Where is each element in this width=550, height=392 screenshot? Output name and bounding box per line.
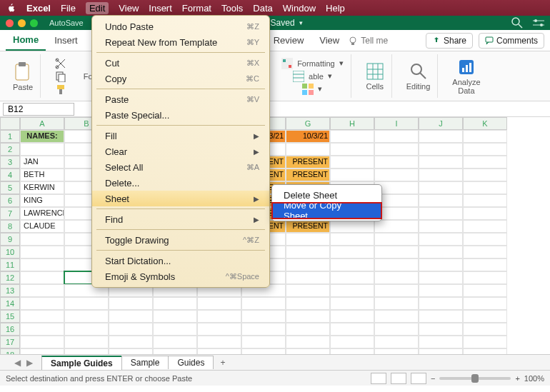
autosave-toggle[interactable]: AutoSave: [49, 19, 84, 27]
worksheet-grid[interactable]: ABCDEFGHIJK 1NAMES:10/2/2110/3/2110/3/21…: [0, 117, 550, 354]
cell[interactable]: [286, 258, 330, 271]
name-box[interactable]: [3, 103, 74, 116]
cell[interactable]: NAMES:: [20, 130, 64, 143]
cell[interactable]: [330, 156, 374, 169]
paste-group[interactable]: Paste: [6, 54, 41, 98]
menu-item[interactable]: Paste Special...: [92, 107, 269, 123]
cell[interactable]: [330, 246, 374, 258]
cell[interactable]: [419, 297, 463, 310]
cell[interactable]: [241, 310, 286, 323]
cell[interactable]: [20, 271, 64, 284]
cell[interactable]: KERWIN: [20, 181, 64, 194]
menu-item[interactable]: Select All⌘A: [92, 159, 269, 175]
cell[interactable]: [374, 233, 419, 246]
row-header[interactable]: 9: [0, 233, 20, 246]
cell[interactable]: [330, 336, 374, 348]
cell[interactable]: [419, 271, 463, 284]
cell[interactable]: [419, 169, 463, 181]
cell[interactable]: [463, 323, 507, 336]
mac-menubar[interactable]: Excel File Edit View Insert Format Tools…: [0, 0, 550, 16]
cell[interactable]: [197, 323, 241, 336]
edit-dropdown-menu[interactable]: Undo Paste⌘ZRepeat New from Template⌘YCu…: [91, 15, 270, 288]
tell-me-search[interactable]: Tell me: [348, 36, 388, 46]
cell[interactable]: [64, 323, 109, 336]
menu-item[interactable]: Toggle Drawing^⌘Z: [92, 232, 269, 248]
cell[interactable]: [419, 156, 463, 169]
select-all-corner[interactable]: [0, 117, 20, 130]
zoom-percent[interactable]: 100%: [524, 374, 544, 383]
row-header[interactable]: 8: [0, 220, 20, 233]
cell[interactable]: [374, 271, 419, 284]
cell[interactable]: [419, 233, 463, 246]
cell[interactable]: [109, 323, 153, 336]
menu-item[interactable]: Find▶: [92, 211, 269, 227]
new-sheet-button[interactable]: +: [213, 356, 232, 369]
cell[interactable]: [20, 258, 64, 271]
cell[interactable]: [330, 233, 374, 246]
cell[interactable]: [330, 220, 374, 233]
cell[interactable]: [463, 233, 507, 246]
cell[interactable]: [20, 233, 64, 246]
cell[interactable]: [374, 246, 419, 258]
cell[interactable]: [109, 310, 153, 323]
page-layout-view-icon[interactable]: [391, 373, 406, 384]
menu-item[interactable]: Paste⌘V: [92, 91, 269, 107]
cell[interactable]: [330, 323, 374, 336]
cell[interactable]: [286, 336, 330, 348]
cell[interactable]: [197, 348, 241, 354]
cell[interactable]: [374, 323, 419, 336]
cell[interactable]: [20, 348, 64, 354]
menu-file[interactable]: File: [61, 3, 76, 14]
cell[interactable]: [374, 143, 419, 156]
apple-icon[interactable]: [7, 4, 16, 13]
cell[interactable]: [286, 297, 330, 310]
menu-format[interactable]: Format: [182, 3, 211, 14]
menu-insert[interactable]: Insert: [149, 3, 172, 14]
menu-window[interactable]: Window: [283, 3, 316, 14]
share-button[interactable]: Share: [426, 33, 473, 49]
cell[interactable]: [330, 310, 374, 323]
menu-data[interactable]: Data: [253, 3, 272, 14]
cell[interactable]: [286, 323, 330, 336]
tab-review[interactable]: Review: [266, 31, 311, 50]
menu-item[interactable]: Sheet▶: [92, 191, 269, 206]
cell[interactable]: [286, 271, 330, 284]
menu-item[interactable]: Start Dictation...: [92, 253, 269, 268]
cell[interactable]: [419, 258, 463, 271]
cell[interactable]: [109, 336, 153, 348]
cell[interactable]: [419, 284, 463, 297]
row-header[interactable]: 18: [0, 348, 20, 354]
cell[interactable]: [330, 348, 374, 354]
minimize-window-icon[interactable]: [18, 19, 26, 27]
cell[interactable]: [197, 297, 241, 310]
cell[interactable]: [463, 143, 507, 156]
row-header[interactable]: 4: [0, 169, 20, 181]
cell[interactable]: [241, 323, 286, 336]
cell[interactable]: [374, 258, 419, 271]
row-header[interactable]: 12: [0, 271, 20, 284]
sheet-submenu[interactable]: Delete Sheet Move or Copy Sheet...: [271, 184, 382, 221]
cell[interactable]: KING: [20, 194, 64, 207]
col-header[interactable]: G: [286, 117, 330, 130]
cell[interactable]: [109, 348, 153, 354]
cell[interactable]: [153, 336, 197, 348]
sheet-nav-left-icon[interactable]: ◀: [14, 358, 21, 368]
tab-view[interactable]: View: [312, 31, 346, 50]
cell[interactable]: BETH: [20, 169, 64, 181]
cell[interactable]: PRESENT: [286, 220, 330, 233]
col-header[interactable]: I: [374, 117, 419, 130]
cell[interactable]: [197, 310, 241, 323]
zoom-slider[interactable]: [439, 377, 511, 380]
sheet-tab-guides[interactable]: Guides: [168, 356, 214, 369]
col-header[interactable]: A: [20, 117, 64, 130]
analyze-group[interactable]: Analyze Data: [445, 54, 487, 98]
cell[interactable]: [463, 220, 507, 233]
scissors-icon[interactable]: [55, 58, 66, 69]
cell[interactable]: [419, 143, 463, 156]
cell[interactable]: [419, 194, 463, 207]
row-header[interactable]: 14: [0, 297, 20, 310]
row-header[interactable]: 17: [0, 336, 20, 348]
row-header[interactable]: 2: [0, 143, 20, 156]
cell[interactable]: [286, 310, 330, 323]
sheet-tab-bar[interactable]: ◀ ▶ Sample Guides Sample Guides +: [0, 354, 550, 370]
